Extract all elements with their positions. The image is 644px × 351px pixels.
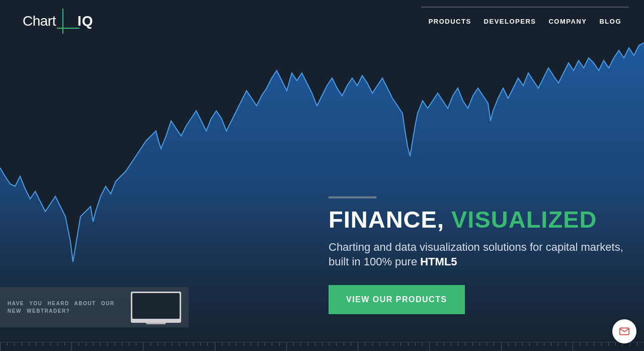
hero-title-part2: VISUALIZED bbox=[451, 206, 597, 233]
nav-products[interactable]: PRODUCTS bbox=[429, 18, 471, 25]
view-products-button[interactable]: VIEW OUR PRODUCTS bbox=[329, 285, 465, 314]
accent-line bbox=[329, 196, 376, 198]
logo-text-iq: IQ bbox=[77, 13, 94, 29]
header: Chart IQ PRODUCTS DEVELOPERS COMPANY BLO… bbox=[0, 0, 644, 31]
notification-text: HAVE YOU HEARD ABOUT OUR NEW WEBTRADER? bbox=[8, 300, 126, 315]
notification-laptop-icon bbox=[131, 292, 181, 323]
hero-subtitle-strong: HTML5 bbox=[420, 255, 457, 268]
hero-subtitle: Charting and data visualization solution… bbox=[329, 240, 644, 269]
logo-text-chart: Chart bbox=[23, 13, 56, 29]
nav-blog[interactable]: BLOG bbox=[599, 18, 621, 25]
nav-developers[interactable]: DEVELOPERS bbox=[484, 18, 536, 25]
chat-button[interactable] bbox=[612, 319, 636, 343]
logo-divider-icon bbox=[58, 11, 73, 31]
nav-company[interactable]: COMPANY bbox=[548, 18, 587, 25]
hero-subtitle-text: Charting and data visualization solution… bbox=[329, 241, 623, 268]
timeline-axis bbox=[0, 342, 644, 351]
envelope-icon bbox=[619, 327, 629, 335]
hero-content: FINANCE, VISUALIZED Charting and data vi… bbox=[329, 196, 644, 314]
nav: PRODUCTS DEVELOPERS COMPANY BLOG bbox=[429, 18, 621, 25]
notification-banner[interactable]: HAVE YOU HEARD ABOUT OUR NEW WEBTRADER? bbox=[0, 287, 189, 327]
logo[interactable]: Chart IQ bbox=[23, 11, 94, 31]
hero-title: FINANCE, VISUALIZED bbox=[329, 207, 644, 231]
hero-title-part1: FINANCE, bbox=[329, 206, 444, 233]
